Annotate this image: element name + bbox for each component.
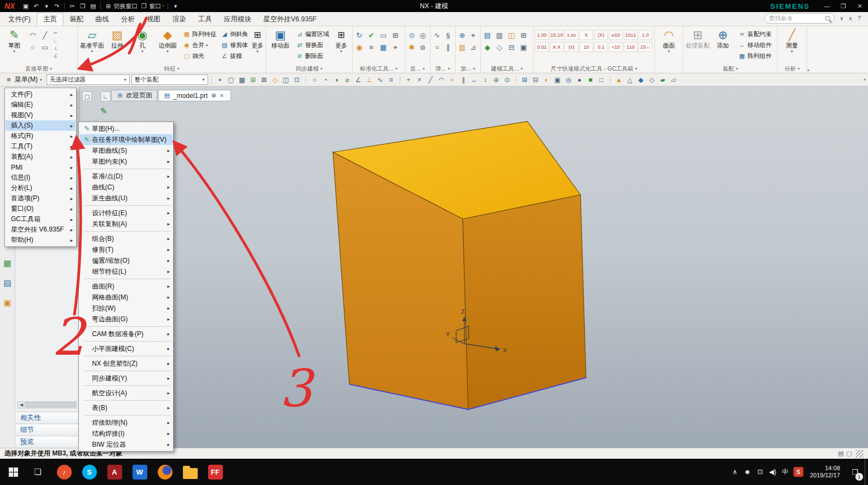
submenu-item[interactable]: ✎ 草图(H)... ▸ [79, 123, 173, 134]
action-center-button[interactable]: ❒ 1 [845, 460, 865, 483]
machining-locate-icon[interactable]: ⌖ [468, 30, 478, 40]
circle-snap-icon[interactable]: ○ [309, 74, 320, 85]
check-standard-icon[interactable]: ✔ [366, 30, 376, 40]
select-rectangle-icon[interactable]: ▢ [226, 74, 237, 85]
submenu-item[interactable]: 曲线(C) ▸ [79, 182, 173, 193]
group-label-direct-sketch[interactable]: 直接草图▾ [2, 65, 76, 73]
submenu-item[interactable]: ▸ [84, 341, 171, 342]
menu-item[interactable]: PMI ▸ [5, 162, 76, 172]
taskbar-app-adobe[interactable]: A [102, 459, 127, 485]
submenu-item[interactable]: 关联复制(A) ▸ [79, 218, 173, 229]
locate-tool-icon[interactable]: ⌖ [390, 42, 400, 52]
tab-application[interactable]: 应用模块 [218, 13, 257, 26]
submenu-item[interactable]: ▸ [84, 279, 171, 279]
tray-sogou-icon[interactable]: S [794, 467, 803, 477]
solid-display-icon[interactable]: ◆ [636, 74, 646, 85]
csys-orient-icon[interactable]: ∟ [101, 91, 111, 101]
gear-modeling-icon[interactable]: ⊙ [407, 30, 417, 40]
shell-button[interactable]: ▢ 抽壳▾ [181, 51, 218, 61]
modeling-tool-4-icon[interactable]: ⊞ [519, 30, 528, 40]
save-icon[interactable]: ▣ [21, 2, 30, 10]
rectangle-tool-icon[interactable]: ▭ [40, 42, 50, 52]
tray-contact-icon[interactable]: ☻ [741, 461, 754, 483]
highlight-select-icon[interactable]: ◇ [270, 74, 280, 85]
modeling-tool-8-icon[interactable]: ▣ [519, 42, 528, 52]
tab-curve[interactable]: 曲线 [89, 13, 115, 26]
switch-window-icon[interactable]: ⊞ [104, 2, 112, 10]
triad-display-icon[interactable]: ▲ [614, 74, 624, 85]
shaded-view-icon[interactable]: ◐ [542, 74, 552, 85]
plane-display-icon[interactable]: △ [625, 74, 635, 85]
gear-info-icon[interactable]: ⊚ [418, 42, 428, 52]
horizontal-tool-icon[interactable]: ↔ [469, 74, 480, 85]
dim-format-icon[interactable]: x.xx [565, 30, 578, 40]
tray-display-icon[interactable]: ⊡ [754, 461, 766, 483]
resize-grip[interactable] [856, 450, 864, 458]
process-assembly-button[interactable]: ⊞ 处理装配 [685, 27, 710, 49]
front-view-icon[interactable]: ■ [585, 74, 596, 85]
diameter-snap-icon[interactable]: ⌀ [342, 74, 353, 85]
parallel-tool-icon[interactable]: ∥ [458, 74, 469, 85]
tab-analysis[interactable]: 分析 [115, 13, 141, 26]
assembly-constraints-button[interactable]: ≍ 装配约束 [737, 29, 773, 39]
submenu-item[interactable]: 基准/点(D) ▸ [79, 171, 173, 182]
menu-item[interactable]: 窗口(O) ▸ [5, 204, 76, 214]
menu-button[interactable]: ≡ 菜单(M) ▾ [2, 74, 45, 85]
profile-tool-icon[interactable]: ◠ [28, 30, 38, 40]
orient-view-icon[interactable]: ◎ [564, 74, 574, 85]
submenu-item[interactable]: 焊接助理(N) ▸ [79, 417, 173, 428]
pattern-feature-button[interactable]: ▦ 阵列特征▾ [181, 29, 218, 39]
tray-ime-icon[interactable]: 中 [779, 461, 791, 483]
submenu-item[interactable]: ▸ [84, 231, 171, 232]
modeling-tool-1-icon[interactable]: ▤ [482, 30, 492, 40]
submenu-item[interactable]: CAM 数据准备(P) ▸ [79, 328, 173, 339]
refresh-standard-icon[interactable]: ↻ [354, 30, 364, 40]
menu-item[interactable]: 文件(F) ▸ [5, 89, 76, 100]
list-tool-icon[interactable]: ≡ [366, 42, 376, 52]
menu-item[interactable]: 装配(A) ▸ [5, 152, 76, 162]
taskbar-app-music[interactable]: ♪ [51, 459, 77, 485]
intersection-point-icon[interactable]: × [415, 74, 425, 85]
menu-item[interactable]: 信息(I) ▸ [5, 172, 76, 183]
graphics-window[interactable]: Z X Y ▢ ∟ ✎ ⊞ 欢迎页面 ▤ _model1.prt ⊗ × [79, 86, 868, 448]
tab-model1[interactable]: ▤ _model1.prt ⊗ × [158, 90, 231, 101]
component-select-icon[interactable]: ◫ [281, 74, 291, 85]
pattern-component-button[interactable]: ▦ 阵列组件 [737, 51, 773, 61]
submenu-item[interactable]: 草图约束(K) ▸ [79, 156, 173, 167]
cube-solid[interactable] [333, 122, 586, 409]
menu-item[interactable]: 插入(S) ▸ [5, 120, 76, 131]
submenu-item[interactable]: 派生曲线(U) ▸ [79, 193, 173, 204]
sync-more-button[interactable]: ⊞ 更多 ▾ [332, 27, 350, 54]
search-options-icon[interactable]: ∨ [837, 14, 846, 23]
lattice-select-icon[interactable]: ▦ [237, 74, 248, 85]
line-tool-icon[interactable]: ╱ [40, 30, 50, 40]
dim-format-icon[interactable]: 0.1 [594, 42, 608, 52]
show-desktop-button[interactable] [865, 459, 868, 485]
draft-button[interactable]: ∠ 拔模▾ [219, 51, 250, 61]
assembly-navigator-icon[interactable]: ▦ [2, 257, 13, 268]
panel-dependencies[interactable]: 相关性 [15, 412, 79, 424]
maximize-button[interactable]: ❐ [835, 0, 852, 12]
selection-scope-combo[interactable]: 整个装配▾ [131, 74, 208, 85]
sketch-float-icon[interactable]: ✎ [100, 106, 107, 116]
sketch-button[interactable]: ✎ 草图 ▾ [2, 27, 27, 54]
modeling-tool-7-icon[interactable]: ⊟ [507, 42, 516, 52]
dim-format-icon[interactable]: 10 [579, 42, 593, 52]
modeling-tool-2-icon[interactable]: ▥ [495, 30, 504, 40]
tab-assembly[interactable]: 装配 [64, 13, 89, 26]
model-canvas[interactable]: Z X Y [79, 86, 868, 448]
modeling-tool-6-icon[interactable]: ◇ [495, 42, 504, 52]
qat-customize-icon[interactable]: ▾ [171, 2, 180, 10]
face-select-icon[interactable]: ⊡ [292, 74, 302, 85]
edge-blend-button[interactable]: ◆ 边倒圆 ▾ [155, 27, 180, 54]
cross-select-icon[interactable]: ⊠ [259, 74, 269, 85]
extrude-button[interactable]: ▧ 拉伸 ▾ [105, 27, 130, 54]
group-label-analysis[interactable]: 分析▾ [779, 65, 805, 73]
delete-face-button[interactable]: ⊘ 删除面 [294, 51, 331, 61]
vertical-tool-icon[interactable]: ↕ [480, 74, 491, 85]
perpendicular-snap-icon[interactable]: ⊥ [364, 74, 375, 85]
wireframe-view-icon[interactable]: ▣ [553, 74, 563, 85]
submenu-item[interactable]: NX 创意塑型(Z) ▸ [79, 358, 173, 369]
submenu-item[interactable]: 设计特征(E) ▸ [79, 207, 173, 218]
help-icon[interactable]: ? [855, 14, 864, 23]
